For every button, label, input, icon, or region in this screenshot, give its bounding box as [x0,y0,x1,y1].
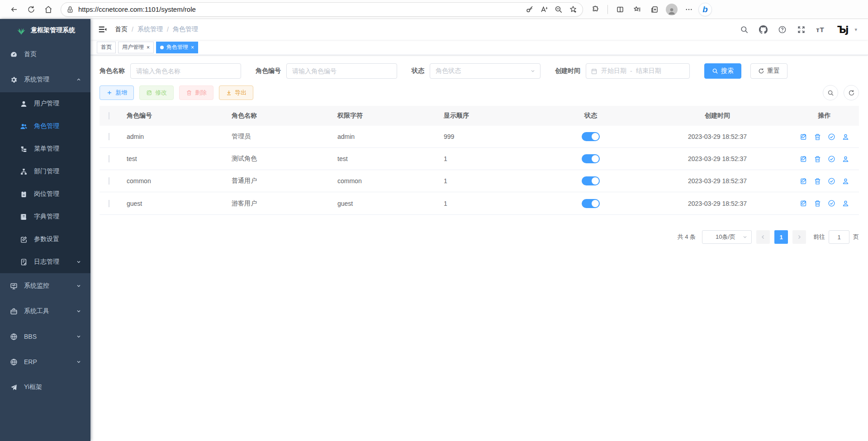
prev-page-button[interactable] [756,230,770,244]
sidebar-item-bbs[interactable]: BBS [0,324,90,349]
cell-created: 2023-03-29 18:52:37 [645,133,790,140]
sidebar-item-param-settings[interactable]: 参数设置 [0,228,90,251]
refresh-table-button[interactable] [844,85,859,100]
reset-button[interactable]: 重置 [750,63,787,79]
sidebar-item-log-mgmt[interactable]: 日志管理 [0,251,90,273]
status-toggle[interactable] [582,176,600,185]
saved-passwords-button[interactable] [523,3,536,16]
sidebar-item-dict-mgmt[interactable]: 字典管理 [0,205,90,228]
github-link-button[interactable] [756,22,770,37]
row-actions [790,133,859,141]
edit-row-icon[interactable] [800,199,807,207]
status-select[interactable]: 角色状态 [430,63,541,79]
delete-row-icon[interactable] [814,199,821,207]
edit-button[interactable]: 修改 [139,85,174,100]
toggle-search-button[interactable] [823,85,838,100]
assign-user-icon[interactable] [842,155,849,163]
tab-user-mgmt[interactable]: 用户管理 × [118,42,154,53]
status-toggle[interactable] [582,154,600,163]
data-scope-icon[interactable] [828,155,835,163]
breadcrumb-home[interactable]: 首页 [115,25,128,33]
avatar-caret-icon[interactable]: ▾ [854,27,857,33]
browser-back-button[interactable] [6,2,22,17]
favorites-button[interactable] [630,2,645,17]
address-bar[interactable]: https://ccnetcore.com:1101/system/role [61,2,583,17]
browser-settings-button[interactable] [681,2,697,17]
assign-user-icon[interactable] [842,199,849,207]
font-size-button[interactable]: тT [813,22,827,37]
row-checkbox[interactable] [109,200,109,207]
collections-button[interactable] [647,2,662,17]
add-favorite-button[interactable] [566,3,580,16]
data-scope-icon[interactable] [828,199,835,207]
status-toggle[interactable] [582,132,600,141]
fullscreen-button[interactable] [794,22,808,37]
page-size-select[interactable]: 10条/页 [702,230,752,244]
select-all-checkbox[interactable] [109,112,109,119]
sidebar-item-home[interactable]: 首页 [0,42,90,67]
sidebar-menu: 首页 系统管理 用户管理 角色管理 [0,42,90,441]
page-number-1[interactable]: 1 [774,230,788,244]
sidebar-item-label: 角色管理 [34,122,59,130]
cell-role-code: test [122,155,227,162]
data-scope-icon[interactable] [828,133,835,141]
sidebar-item-system-tools[interactable]: 系统工具 [0,299,90,324]
delete-row-icon[interactable] [814,177,821,185]
delete-row-icon[interactable] [814,133,821,141]
split-screen-button[interactable] [612,2,628,17]
header-search-button[interactable] [737,22,751,37]
sidebar-item-user-mgmt[interactable]: 用户管理 [0,92,90,115]
browser-profile-button[interactable] [664,2,679,17]
close-icon[interactable]: × [191,45,194,50]
add-button[interactable]: 新增 [100,85,134,100]
close-icon[interactable]: × [147,45,150,50]
row-checkbox[interactable] [109,177,109,185]
goto-page-input[interactable] [829,230,849,244]
read-aloud-button[interactable] [537,3,551,16]
edit-row-icon[interactable] [800,155,807,163]
sidebar-item-role-mgmt[interactable]: 角色管理 [0,115,90,138]
help-button[interactable] [775,22,789,37]
role-code-input[interactable] [286,63,397,79]
search-button[interactable]: 搜索 [704,63,741,79]
sidebar-item-system-monitor[interactable]: 系统监控 [0,273,90,299]
breadcrumb-system-mgmt[interactable]: 系统管理 [138,25,163,33]
zoom-out-button[interactable] [552,3,565,16]
sidebar-item-label: 部门管理 [34,167,59,175]
tab-home[interactable]: 首页 [97,42,116,53]
role-name-input[interactable] [130,63,241,79]
status-toggle[interactable] [582,199,600,208]
delete-row-icon[interactable] [814,155,821,163]
sidebar-item-erp[interactable]: ERP [0,349,90,375]
collapse-sidebar-icon[interactable] [98,24,108,34]
row-checkbox[interactable] [109,133,109,140]
app-logo[interactable]: 意框架管理系统 [0,19,90,42]
breadcrumb: 首页 / 系统管理 / 角色管理 [115,25,198,33]
export-button[interactable]: 导出 [219,85,253,100]
copilot-button[interactable]: b [698,3,712,16]
sidebar-item-post-mgmt[interactable]: 岗位管理 [0,183,90,205]
sidebar-item-menu-mgmt[interactable]: 菜单管理 [0,138,90,160]
browser-essentials-button[interactable] [588,2,603,17]
edit-row-icon[interactable] [800,133,807,141]
assign-user-icon[interactable] [842,177,849,185]
user-avatar[interactable]: Ъj [835,23,849,36]
log-icon [20,258,28,266]
delete-button[interactable]: 删除 [179,85,213,100]
tabs-bar: 首页 用户管理 × 角色管理 × [90,40,868,55]
tab-role-mgmt[interactable]: 角色管理 × [156,42,198,53]
sidebar-item-dept-mgmt[interactable]: 部门管理 [0,160,90,183]
browser-home-button[interactable] [41,2,56,17]
url-text[interactable]: https://ccnetcore.com:1101/system/role [78,5,523,13]
dictionary-icon [20,213,28,221]
pagination: 共 4 条 10条/页 1 前往 页 [100,230,859,244]
sidebar-item-yi-framework[interactable]: Yi框架 [0,375,90,400]
next-page-button[interactable] [792,230,806,244]
date-range-picker[interactable]: 开始日期 - 结束日期 [586,63,690,79]
sidebar-item-system-mgmt[interactable]: 系统管理 [0,67,90,92]
row-checkbox[interactable] [109,155,109,162]
edit-row-icon[interactable] [800,177,807,185]
data-scope-icon[interactable] [828,177,835,185]
assign-user-icon[interactable] [842,133,849,141]
browser-refresh-button[interactable] [24,2,39,17]
